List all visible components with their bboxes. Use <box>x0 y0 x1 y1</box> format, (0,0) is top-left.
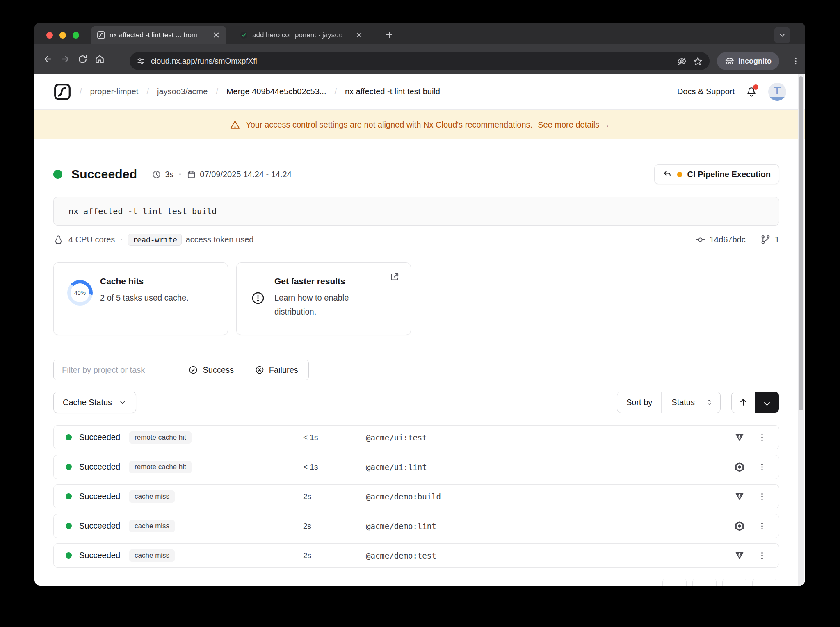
meta-separator <box>121 239 122 240</box>
sort-ascending-button[interactable] <box>732 392 755 413</box>
tab-close-icon[interactable] <box>212 31 221 40</box>
commit-hash[interactable]: 14d67bdc <box>710 235 746 244</box>
task-menu-icon[interactable] <box>758 522 767 531</box>
sort-by-group: Sort by Status <box>617 392 721 413</box>
check-circle-icon <box>188 365 198 375</box>
task-row[interactable]: Succeeded cache miss 2s @acme/demo:build <box>53 484 779 508</box>
bookmark-star-icon[interactable] <box>693 56 703 66</box>
nx-cloud-logo-icon[interactable] <box>53 83 71 101</box>
breadcrumb-separator: / <box>80 87 82 96</box>
page-scrollbar-track <box>798 74 804 586</box>
notifications-bell-icon[interactable] <box>745 86 758 98</box>
task-menu-icon[interactable] <box>758 551 767 560</box>
filter-success-button[interactable]: Success <box>178 360 244 380</box>
chevron-up-down-icon <box>705 399 713 406</box>
branch-count[interactable]: 1 <box>775 235 779 244</box>
back-button[interactable] <box>39 50 57 68</box>
task-cache-badge: remote cache hit <box>129 431 192 444</box>
banner-details-link[interactable]: See more details → <box>538 120 610 130</box>
run-duration: 3s <box>165 170 173 179</box>
breadcrumb-run[interactable]: nx affected -t lint test build <box>345 87 440 96</box>
browser-tab-inactive[interactable]: add hero component · jaysoo <box>234 26 369 44</box>
task-filter-group: Success Failures <box>53 360 309 380</box>
meta-separator <box>179 173 181 175</box>
sort-direction-group <box>731 392 779 413</box>
task-menu-icon[interactable] <box>758 463 767 472</box>
nx-cloud-favicon-icon <box>97 31 105 39</box>
linux-penguin-icon <box>53 235 64 245</box>
pagination-button[interactable] <box>722 579 746 586</box>
commit-icon <box>695 235 705 245</box>
pagination-button[interactable] <box>692 579 717 586</box>
reload-button[interactable] <box>74 50 91 68</box>
task-list: Succeeded remote cache hit < 1s @acme/ui… <box>53 425 779 568</box>
eye-off-icon[interactable] <box>677 56 687 66</box>
incognito-icon <box>725 56 735 66</box>
cache-hits-card: 40% Cache hits 2 of 5 tasks used cache. <box>53 262 228 335</box>
pagination-button[interactable] <box>662 579 687 586</box>
pipeline-status-dot <box>677 172 682 177</box>
task-name: @acme/demo:lint <box>366 522 734 531</box>
filter-input[interactable] <box>54 360 178 380</box>
tab-close-icon[interactable] <box>354 31 363 40</box>
minimize-window-button[interactable] <box>59 32 66 39</box>
task-menu-icon[interactable] <box>758 433 767 442</box>
vitest-icon <box>734 432 745 443</box>
task-cache-badge: cache miss <box>129 549 175 562</box>
task-name: @acme/ui:lint <box>366 463 734 472</box>
pagination-button[interactable] <box>752 579 776 586</box>
chrome-menu-icon[interactable] <box>791 57 800 66</box>
faster-card-text: Learn how to enable distribution. <box>274 291 349 319</box>
tab-search-chevron-button[interactable] <box>774 27 790 43</box>
browser-tab-active[interactable]: nx affected -t lint test ... from <box>91 26 226 44</box>
site-settings-icon[interactable] <box>136 57 145 66</box>
return-arrow-icon <box>663 170 672 179</box>
page-scrollbar-thumb[interactable] <box>799 76 803 410</box>
list-controls-row: Cache Status Sort by Status <box>53 392 779 413</box>
warning-triangle-icon <box>230 119 240 130</box>
breadcrumb-org[interactable]: proper-limpet <box>90 87 139 96</box>
zoom-window-button[interactable] <box>73 32 79 39</box>
incognito-badge: Incognito <box>717 52 779 70</box>
task-name: @acme/ui:test <box>366 433 734 442</box>
calendar-icon <box>187 170 196 179</box>
avatar[interactable]: T <box>768 83 786 101</box>
forward-button[interactable] <box>57 50 74 68</box>
breadcrumb-repo[interactable]: jaysoo3/acme <box>157 87 208 96</box>
url-text[interactable]: cloud.nx.app/runs/smOmxpfXfl <box>151 57 671 66</box>
close-window-button[interactable] <box>46 32 53 39</box>
sort-descending-button[interactable] <box>755 392 779 413</box>
window-controls <box>46 32 79 39</box>
task-row[interactable]: Succeeded cache miss 2s @acme/demo:lint <box>53 514 779 538</box>
task-status-label: Succeeded <box>79 551 120 560</box>
run-status-title: Succeeded <box>71 167 137 181</box>
avatar-band <box>768 97 786 101</box>
home-button[interactable] <box>91 50 108 68</box>
ci-pipeline-execution-button[interactable]: CI Pipeline Execution <box>654 164 779 184</box>
task-row[interactable]: Succeeded remote cache hit < 1s @acme/ui… <box>53 425 779 449</box>
vitest-icon <box>734 491 745 502</box>
url-bar[interactable]: cloud.nx.app/runs/smOmxpfXfl <box>130 52 710 70</box>
pagination <box>662 579 776 586</box>
pipeline-button-label: CI Pipeline Execution <box>687 170 771 179</box>
task-row[interactable]: Succeeded cache miss 2s @acme/demo:test <box>53 543 779 568</box>
new-tab-button[interactable] <box>382 28 396 42</box>
breadcrumb: / proper-limpet / jaysoo3/acme / Merge 4… <box>53 83 440 101</box>
task-row[interactable]: Succeeded remote cache hit < 1s @acme/ui… <box>53 455 779 479</box>
run-meta-row: 4 CPU cores read-write access token used… <box>53 232 779 247</box>
docs-support-link[interactable]: Docs & Support <box>677 87 735 96</box>
task-status-dot <box>66 434 72 440</box>
filter-failures-button[interactable]: Failures <box>244 360 309 380</box>
breadcrumb-cipe[interactable]: Merge 409b44e5cb02c53... <box>226 87 326 96</box>
status-dot <box>53 170 62 179</box>
task-status-dot <box>66 464 72 470</box>
breadcrumb-separator: / <box>334 87 337 96</box>
task-menu-icon[interactable] <box>758 492 767 501</box>
get-faster-results-card[interactable]: Get faster results Learn how to enable d… <box>236 262 411 335</box>
cache-status-dropdown[interactable]: Cache Status <box>53 392 136 413</box>
sort-by-label: Sort by <box>617 392 662 413</box>
site-header: / proper-limpet / jaysoo3/acme / Merge 4… <box>34 74 805 110</box>
run-daterange: 07/09/2025 14:24 - 14:24 <box>200 170 292 179</box>
vitest-icon <box>734 550 745 561</box>
sort-field-select[interactable]: Status <box>662 392 720 413</box>
